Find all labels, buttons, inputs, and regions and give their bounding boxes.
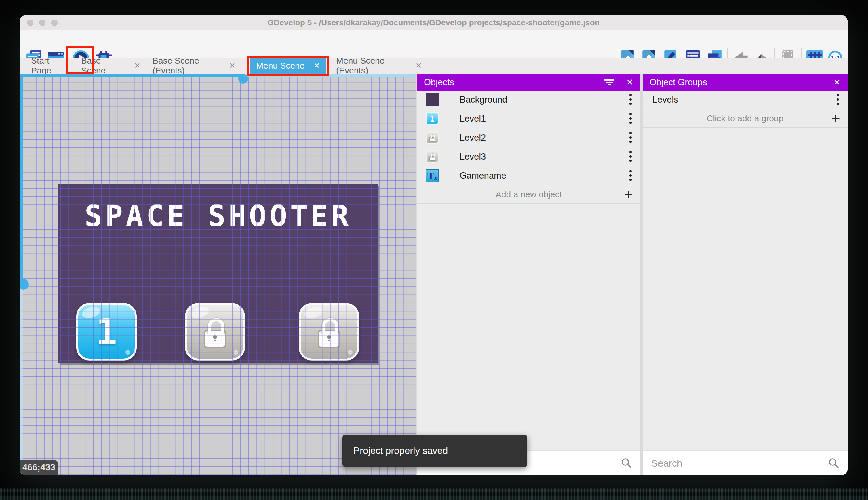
close-panel-icon[interactable]: ✕: [833, 77, 841, 87]
add-group-row[interactable]: Click to add a group +: [643, 110, 847, 128]
groups-search-bar: [643, 451, 847, 475]
row-menu-icon[interactable]: [630, 170, 632, 181]
object-row-level3[interactable]: Level3: [417, 148, 640, 166]
main-content: SPACE SHOOTER 1: [20, 74, 847, 475]
level2-locked-button-object[interactable]: [185, 303, 245, 361]
tab-base-scene[interactable]: Base Scene ✕: [75, 58, 147, 74]
filter-icon[interactable]: [603, 78, 615, 87]
tab-base-scene-events[interactable]: Base Scene (Events) ✕: [146, 58, 242, 74]
row-menu-icon[interactable]: [630, 94, 632, 105]
horizontal-scrollbar[interactable]: [20, 74, 417, 78]
lock-icon: [318, 330, 340, 348]
level1-button-thumbnail: 1: [426, 112, 439, 125]
row-menu-icon[interactable]: [630, 151, 632, 162]
cursor-coordinates-badge: 466;433: [20, 460, 58, 475]
locked-button-thumbnail: [426, 150, 439, 163]
tab-start-page[interactable]: Start Page: [25, 58, 71, 74]
search-icon[interactable]: [621, 457, 632, 469]
tab-label: Base Scene (Events): [153, 56, 221, 76]
close-tab-icon[interactable]: ✕: [314, 61, 320, 70]
toast-notification: Project properly saved: [342, 435, 527, 467]
groups-search-input[interactable]: [651, 451, 805, 475]
lock-icon: [204, 330, 226, 348]
add-object-plus-icon[interactable]: +: [624, 186, 633, 203]
object-row-level2[interactable]: Level2: [417, 129, 640, 147]
object-groups-panel-title: Object Groups: [649, 77, 707, 88]
objects-panel-title: Objects: [424, 77, 454, 88]
toolbar: 1:1: [20, 30, 847, 58]
vertical-scrollbar[interactable]: [20, 74, 23, 475]
close-tab-icon[interactable]: ✕: [134, 61, 140, 70]
object-groups-panel: Object Groups ✕ Levels Click to add a gr…: [643, 74, 847, 475]
object-groups-panel-header: Object Groups ✕: [643, 74, 847, 91]
shadow-fringe: [0, 488, 868, 500]
tab-label: Menu Scene: [256, 61, 305, 70]
close-panel-icon[interactable]: ✕: [626, 77, 633, 87]
tab-menu-scene-events[interactable]: Menu Scene (Events) ✕: [330, 58, 428, 74]
row-menu-icon[interactable]: [837, 94, 839, 105]
locked-button-thumbnail: [426, 131, 439, 144]
close-tab-icon[interactable]: ✕: [415, 61, 422, 70]
object-row-gamename[interactable]: Tx Gamename: [417, 167, 640, 185]
tab-label: Base Scene: [81, 56, 126, 76]
group-row-levels[interactable]: Levels: [643, 91, 847, 109]
toast-message: Project properly saved: [353, 445, 448, 456]
add-group-plus-icon[interactable]: +: [831, 110, 840, 127]
titlebar: GDevelop 5 - /Users/dkarakay/Documents/G…: [20, 15, 847, 30]
text-object-thumbnail: Tx: [426, 169, 439, 182]
vertical-scroll-handle[interactable]: [20, 279, 29, 290]
tab-bar: Start Page Base Scene ✕ Base Scene (Even…: [20, 58, 847, 74]
row-menu-icon[interactable]: [630, 113, 632, 124]
gdevelop-window: GDevelop 5 - /Users/dkarakay/Documents/G…: [20, 15, 847, 475]
add-object-row[interactable]: Add a new object +: [417, 186, 640, 204]
level3-locked-button-object[interactable]: [299, 303, 359, 361]
search-icon[interactable]: [828, 457, 840, 469]
object-row-background[interactable]: Background: [417, 91, 640, 109]
desktop-background: GDevelop 5 - /Users/dkarakay/Documents/G…: [0, 0, 868, 500]
tab-label: Menu Scene (Events): [336, 56, 408, 76]
window-title: GDevelop 5 - /Users/dkarakay/Documents/G…: [20, 15, 847, 30]
scene-title-text: SPACE SHOOTER: [58, 199, 378, 233]
scene-editor-canvas[interactable]: SPACE SHOOTER 1: [20, 74, 417, 475]
level1-button-object[interactable]: 1: [76, 303, 137, 361]
objects-panel-header: Objects ✕: [417, 74, 640, 91]
object-row-level1[interactable]: 1 Level1: [417, 110, 640, 128]
game-scene-preview[interactable]: SPACE SHOOTER 1: [58, 184, 378, 363]
tab-menu-scene[interactable]: Menu Scene ✕: [250, 58, 326, 74]
tab-label: Start Page: [31, 56, 64, 76]
row-menu-icon[interactable]: [630, 132, 632, 144]
close-tab-icon[interactable]: ✕: [229, 61, 235, 70]
background-thumbnail: [426, 93, 439, 106]
objects-panel: Objects ✕ Background 1 Level1 Level2: [417, 74, 640, 475]
level1-number: 1: [96, 311, 117, 353]
